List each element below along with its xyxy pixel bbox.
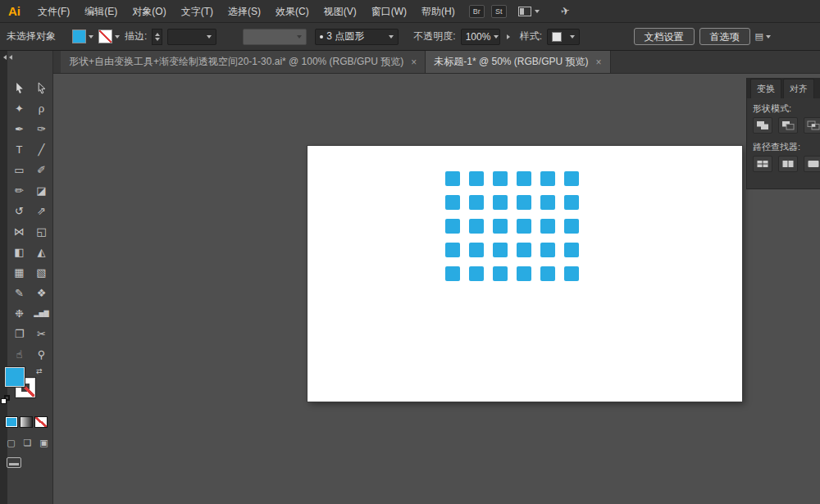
menu-file[interactable]: 文件(F)	[30, 0, 77, 23]
magic-wand-tool[interactable]: ✦	[8, 98, 30, 119]
artboard-square[interactable]	[540, 171, 555, 186]
perspective-grid-tool[interactable]: ◭	[30, 242, 52, 262]
intersect-button[interactable]	[804, 117, 820, 134]
shape-builder-tool[interactable]: ◧	[8, 242, 30, 262]
artboard-square[interactable]	[445, 243, 460, 257]
tab-close-icon[interactable]: ×	[596, 57, 602, 68]
artboard-square[interactable]	[540, 195, 555, 210]
trim-button[interactable]	[778, 156, 798, 172]
artboard-square[interactable]	[493, 219, 508, 234]
artboard-square[interactable]	[517, 243, 531, 257]
rectangle-tool[interactable]: ▭	[8, 160, 30, 180]
artboard-square[interactable]	[469, 219, 484, 234]
opacity-combo[interactable]: 100%	[461, 29, 500, 45]
draw-normal-mode[interactable]: ▢	[3, 436, 19, 449]
artboard-square[interactable]	[493, 243, 508, 257]
artboard-square[interactable]	[564, 171, 579, 186]
unite-button[interactable]	[753, 117, 772, 134]
arrange-documents-button[interactable]	[518, 7, 540, 16]
tab-close-icon[interactable]: ×	[411, 57, 417, 68]
draw-inside-mode[interactable]: ▣	[36, 436, 52, 449]
color-button[interactable]	[5, 416, 18, 428]
eraser-tool[interactable]: ◪	[30, 180, 52, 201]
minus-front-button[interactable]	[778, 117, 798, 134]
artboard-square[interactable]	[445, 195, 460, 210]
gradient-button[interactable]	[20, 416, 33, 428]
artboard-square[interactable]	[517, 195, 531, 210]
artboard-square[interactable]	[540, 243, 555, 257]
bridge-badge[interactable]: Br	[469, 5, 485, 18]
pencil-tool[interactable]: ✏	[8, 180, 30, 201]
blend-tool[interactable]: ❖	[30, 283, 52, 303]
panel-tab-align[interactable]: 对齐	[783, 79, 814, 98]
artboard-square[interactable]	[564, 266, 579, 281]
menu-type[interactable]: 文字(T)	[174, 0, 221, 23]
width-tool[interactable]: ⋈	[8, 221, 30, 242]
hand-tool[interactable]: ☝	[8, 344, 30, 365]
artboard-square[interactable]	[445, 171, 460, 186]
artboard-square[interactable]	[540, 266, 555, 281]
direct-selection-tool[interactable]	[30, 78, 52, 98]
gradient-tool[interactable]: ▧	[30, 262, 52, 283]
artboard-tool[interactable]: ❐	[8, 324, 30, 344]
artboard-square[interactable]	[469, 171, 484, 186]
artboard-square[interactable]	[540, 219, 555, 234]
rotate-tool[interactable]: ↺	[8, 201, 30, 221]
menu-help[interactable]: 帮助(H)	[414, 0, 462, 23]
stroke-color-picker[interactable]	[98, 30, 120, 43]
mesh-tool[interactable]: ▦	[8, 262, 30, 283]
style-combo[interactable]	[547, 29, 580, 45]
merge-button[interactable]	[804, 156, 820, 172]
artboard-square[interactable]	[445, 266, 460, 281]
stroke-weight-stepper[interactable]	[152, 29, 162, 45]
collapse-panel-icon[interactable]	[1, 55, 12, 60]
pen-tool[interactable]: ✒	[8, 119, 30, 139]
brush-definition-combo[interactable]: 3 点圆形	[315, 29, 399, 45]
artboard-square[interactable]	[517, 266, 531, 281]
artboard-square[interactable]	[493, 171, 508, 186]
menu-edit[interactable]: 编辑(E)	[77, 0, 125, 23]
curvature-tool[interactable]: ✑	[30, 119, 52, 139]
artboard-square[interactable]	[469, 243, 484, 257]
menu-view[interactable]: 视图(V)	[317, 0, 364, 23]
menu-object[interactable]: 对象(O)	[125, 0, 173, 23]
share-icon[interactable]: ✈	[559, 4, 571, 18]
artboard-square[interactable]	[517, 171, 531, 186]
artboard-square[interactable]	[445, 219, 460, 234]
artboard-square[interactable]	[493, 195, 508, 210]
zoom-tool[interactable]: ⚲	[30, 344, 52, 365]
menu-window[interactable]: 窗口(W)	[364, 0, 414, 23]
slice-tool[interactable]: ✂	[30, 324, 52, 344]
paintbrush-tool[interactable]: ✐	[30, 160, 52, 180]
lasso-tool[interactable]: ρ	[30, 98, 52, 119]
artboard-square[interactable]	[564, 243, 579, 257]
preferences-button[interactable]: 首选项	[699, 28, 750, 45]
free-transform-tool[interactable]: ◱	[30, 221, 52, 242]
symbol-sprayer-tool[interactable]: ❉	[8, 303, 30, 324]
artboard-square[interactable]	[469, 266, 484, 281]
control-panel-menu[interactable]: ▤	[755, 31, 771, 42]
eyedropper-tool[interactable]: ✎	[8, 283, 30, 303]
swap-fill-stroke-icon[interactable]: ⇄	[36, 367, 43, 375]
stroke-weight-combo[interactable]	[167, 29, 216, 45]
artboard-square[interactable]	[469, 195, 484, 210]
artboard-square[interactable]	[564, 195, 579, 210]
fill-color-picker[interactable]	[72, 30, 93, 43]
line-segment-tool[interactable]: ╱	[30, 139, 52, 160]
menu-effect[interactable]: 效果(C)	[268, 0, 317, 23]
type-tool[interactable]: T	[8, 139, 30, 160]
stock-badge[interactable]: St	[491, 5, 507, 18]
panel-tab-transform[interactable]: 变换	[750, 79, 781, 98]
artboard-square[interactable]	[493, 266, 508, 281]
fill-color-swatch[interactable]	[5, 367, 25, 387]
artboard-square[interactable]	[564, 219, 579, 234]
document-setup-button[interactable]: 文档设置	[634, 28, 695, 45]
artboard-square[interactable]	[517, 219, 531, 234]
tab-document-1[interactable]: 形状+自由变换工具+渐变绘制透视空间20-1-30.ai* @ 100% (RG…	[61, 51, 426, 73]
column-graph-tool[interactable]: ▂▅▇	[30, 303, 52, 324]
menu-select[interactable]: 选择(S)	[221, 0, 268, 23]
tab-document-2[interactable]: 未标题-1* @ 50% (RGB/GPU 预览)×	[426, 51, 610, 73]
default-fill-stroke-icon[interactable]	[1, 395, 12, 405]
draw-behind-mode[interactable]: ❏	[20, 436, 35, 449]
divide-button[interactable]	[753, 156, 772, 172]
